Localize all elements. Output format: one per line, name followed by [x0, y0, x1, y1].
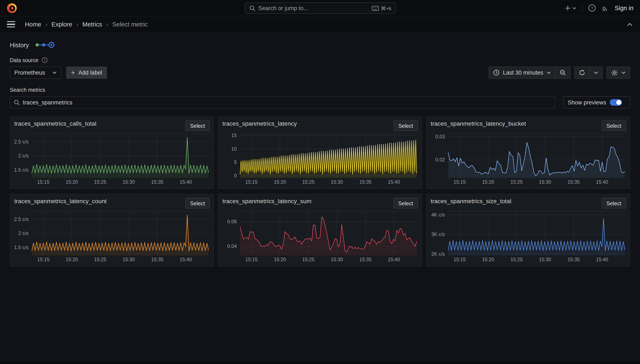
svg-text:2.5 c/s: 2.5 c/s: [14, 216, 28, 222]
svg-text:15:15: 15:15: [246, 179, 258, 185]
time-picker-group: Last 30 minutes: [489, 66, 571, 79]
svg-text:15:20: 15:20: [66, 257, 78, 262]
search-metrics-field[interactable]: [10, 96, 555, 109]
top-bar: ⌘+k ?: [0, 0, 640, 16]
refresh-button[interactable]: [575, 67, 589, 78]
show-previews-label: Show previews: [568, 99, 606, 106]
svg-text:0: 0: [234, 173, 237, 178]
time-controls: Last 30 minutes: [489, 66, 630, 79]
datasource-picker[interactable]: Prometheus: [10, 66, 61, 79]
svg-text:3K c/s: 3K c/s: [431, 232, 445, 237]
svg-text:15:40: 15:40: [388, 179, 400, 185]
refresh-icon: [579, 69, 585, 76]
new-menu-button[interactable]: [565, 5, 576, 11]
chevron-down-icon: [52, 71, 57, 74]
svg-text:15:20: 15:20: [274, 257, 286, 262]
svg-text:15:30: 15:30: [331, 179, 343, 185]
search-row: Show previews: [10, 96, 630, 109]
svg-text:15:30: 15:30: [122, 179, 135, 185]
svg-text:15:20: 15:20: [274, 179, 286, 185]
chevron-down-icon: [594, 71, 598, 74]
svg-text:15:25: 15:25: [510, 179, 523, 185]
grafana-logo[interactable]: [7, 3, 17, 13]
sign-in-button[interactable]: Sign in: [615, 4, 634, 12]
gear-icon: [611, 69, 618, 76]
chevron-up-icon: [627, 22, 632, 26]
svg-text:5: 5: [234, 160, 237, 165]
breadcrumb-separator: ›: [106, 21, 108, 28]
svg-text:2K c/s: 2K c/s: [431, 251, 445, 257]
info-icon[interactable]: [42, 57, 48, 63]
svg-text:15:35: 15:35: [360, 179, 372, 185]
search-icon: [14, 100, 20, 105]
panel-header: traces_spanmetrics_calls_total Select: [13, 120, 211, 131]
breadcrumb-metrics[interactable]: Metrics: [82, 21, 102, 28]
plus-icon: +: [71, 69, 75, 76]
settings-button[interactable]: [607, 67, 630, 78]
metric-panel: traces_spanmetrics_latency_count Select …: [10, 194, 214, 266]
chevron-down-icon: [546, 71, 551, 74]
global-search-input[interactable]: [258, 5, 368, 12]
history-slider[interactable]: [34, 41, 55, 49]
time-range-label: Last 30 minutes: [503, 69, 543, 76]
global-search[interactable]: ⌘+k: [245, 2, 396, 14]
history-step-1: [36, 43, 38, 46]
rss-icon: [602, 4, 609, 12]
select-button[interactable]: Select: [185, 120, 210, 131]
metric-panels: traces_spanmetrics_calls_total Select 1.…: [10, 116, 630, 266]
toggle-knob: [616, 100, 621, 105]
svg-text:15:15: 15:15: [246, 257, 258, 262]
panel-chart: 2K c/s3K c/s4K c/s15:1515:2015:2515:3015…: [429, 209, 627, 264]
svg-text:15:35: 15:35: [360, 257, 372, 262]
panel-title: traces_spanmetrics_latency: [222, 120, 297, 127]
plus-icon: [565, 5, 571, 11]
datasource-value: Prometheus: [14, 69, 45, 76]
svg-text:15:15: 15:15: [37, 179, 50, 185]
svg-text:15:35: 15:35: [151, 179, 164, 185]
history-step-current: [50, 44, 52, 46]
breadcrumb-home[interactable]: Home: [25, 21, 41, 28]
time-range-button[interactable]: Last 30 minutes: [489, 67, 555, 78]
show-previews-toggle[interactable]: [610, 99, 622, 106]
zoom-out-button[interactable]: [555, 67, 570, 78]
panel-chart: 1.5 c/s2 c/s2.5 c/s15:1515:2015:2515:301…: [13, 131, 211, 186]
metric-panel: traces_spanmetrics_latency_bucket Select…: [426, 116, 630, 189]
panel-header: traces_spanmetrics_latency_count Select: [13, 198, 211, 209]
panel-title: traces_spanmetrics_latency_bucket: [430, 120, 526, 127]
collapse-header-button[interactable]: [627, 22, 632, 26]
select-button[interactable]: Select: [602, 120, 626, 131]
svg-text:15:15: 15:15: [454, 179, 466, 185]
add-label-button[interactable]: + Add label: [66, 66, 107, 79]
metric-panel: traces_spanmetrics_calls_total Select 1.…: [10, 116, 214, 189]
svg-text:15:30: 15:30: [539, 179, 551, 185]
panel-title: traces_spanmetrics_calls_total: [14, 120, 96, 127]
panel-chart: 1.5 c/s2 c/s2.5 c/s15:1515:2015:2515:301…: [13, 209, 211, 264]
panel-chart: 0.040.0615:1515:2015:2515:3015:3515:40: [221, 209, 419, 264]
svg-text:4K c/s: 4K c/s: [431, 212, 445, 218]
select-button[interactable]: Select: [393, 198, 418, 208]
history-step-2: [42, 43, 45, 46]
search-icon: [250, 5, 255, 11]
clock-icon: [493, 69, 500, 76]
help-button[interactable]: ?: [588, 4, 596, 12]
metric-panel: traces_spanmetrics_latency Select 051015…: [218, 116, 422, 189]
breadcrumb-separator: ›: [76, 21, 78, 28]
select-button[interactable]: Select: [602, 198, 626, 208]
select-button[interactable]: Select: [393, 120, 418, 131]
show-previews-control: Show previews: [563, 96, 630, 109]
refresh-group: [574, 66, 603, 79]
history-label: History: [10, 41, 29, 48]
refresh-interval-dropdown[interactable]: [589, 67, 602, 78]
news-button[interactable]: [602, 4, 609, 12]
chevron-down-icon: [572, 6, 576, 10]
svg-text:0.02: 0.02: [435, 157, 445, 162]
panel-title: traces_spanmetrics_size_total: [430, 198, 511, 204]
search-metrics-label-row: Search metrics: [10, 86, 630, 94]
svg-text:0.04: 0.04: [227, 244, 237, 249]
breadcrumb-explore[interactable]: Explore: [52, 21, 72, 28]
menu-toggle-button[interactable]: [7, 21, 15, 28]
panel-chart: 0.020.0315:1515:2015:2515:3015:3515:40: [429, 131, 627, 186]
search-metrics-input[interactable]: [23, 99, 551, 106]
select-button[interactable]: Select: [185, 198, 210, 208]
svg-text:15:25: 15:25: [94, 257, 106, 262]
